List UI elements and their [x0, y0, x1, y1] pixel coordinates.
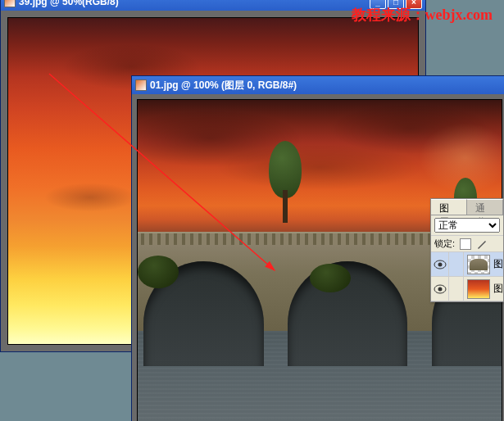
- link-column[interactable]: [449, 277, 464, 301]
- layer-row-1[interactable]: 图: [431, 252, 503, 277]
- titlebar-2[interactable]: 01.jpg @ 100% (图层 0, RGB/8#): [132, 76, 504, 94]
- tab-channels[interactable]: 通道: [467, 199, 503, 215]
- watermark-text: 教程来源：webjx.com: [352, 5, 493, 25]
- layer-name[interactable]: 图: [493, 257, 503, 271]
- eye-icon: [434, 284, 447, 294]
- layer-name[interactable]: 图: [493, 282, 503, 296]
- blend-mode-select[interactable]: 正常: [434, 218, 500, 233]
- layer-row-0[interactable]: 图: [431, 277, 503, 301]
- window-title-2: 01.jpg @ 100% (图层 0, RGB/8#): [150, 79, 504, 93]
- doc-icon: [4, 0, 16, 7]
- visibility-toggle[interactable]: [431, 277, 449, 301]
- panel-tabs: 图层 通道: [431, 199, 503, 215]
- svg-point-2: [438, 262, 442, 266]
- tab-layers[interactable]: 图层: [431, 199, 467, 215]
- tree: [261, 141, 310, 223]
- doc-icon: [135, 79, 147, 91]
- lock-label: 锁定:: [434, 238, 455, 250]
- shrub: [138, 256, 179, 288]
- window-title-1: 39.jpg @ 50%(RGB/8): [19, 0, 370, 7]
- lock-transparency[interactable]: [460, 238, 471, 250]
- link-column[interactable]: [449, 252, 464, 277]
- layer-thumbnail[interactable]: [467, 255, 490, 274]
- svg-point-4: [438, 287, 442, 291]
- lock-row: 锁定:: [431, 236, 503, 252]
- shrub: [310, 264, 351, 292]
- brush-icon[interactable]: [476, 238, 488, 250]
- visibility-toggle[interactable]: [431, 252, 449, 277]
- layers-panel[interactable]: 图层 通道 正常 锁定: 图 图: [430, 198, 504, 302]
- blend-mode-row: 正常: [431, 215, 503, 236]
- eye-icon: [434, 260, 447, 269]
- layer-thumbnail[interactable]: [467, 279, 490, 299]
